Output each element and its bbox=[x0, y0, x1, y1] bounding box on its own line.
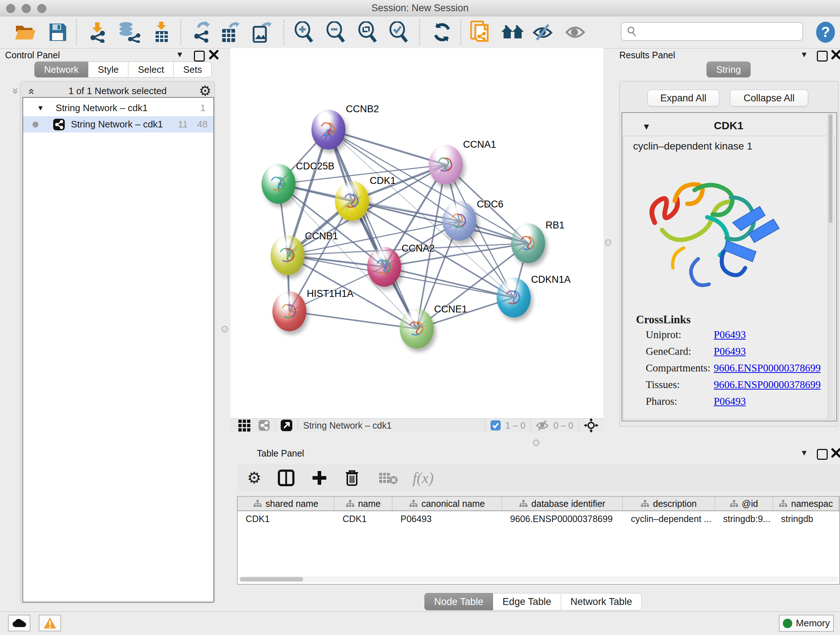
crosslink-value-link[interactable]: P06493 bbox=[714, 395, 746, 407]
network-row[interactable]: String Network – cdk1 11 48 bbox=[23, 116, 213, 133]
node-CCNE1[interactable] bbox=[400, 309, 434, 348]
tab-edge-table[interactable]: Edge Table bbox=[493, 593, 561, 610]
results-panel-float-menu[interactable]: ▼ bbox=[800, 50, 808, 59]
control-panel-float-menu[interactable]: ▼ bbox=[176, 50, 184, 59]
network-document-icon[interactable] bbox=[470, 21, 491, 43]
protein-structure-image[interactable] bbox=[640, 168, 785, 304]
warning-button[interactable] bbox=[39, 615, 61, 631]
table-row[interactable]: CDK1CDK1P064939606.ENSP00000378699cyclin… bbox=[238, 511, 839, 526]
save-session-icon[interactable] bbox=[49, 21, 67, 43]
node-CDC25B[interactable] bbox=[262, 164, 295, 204]
tab-string[interactable]: String bbox=[706, 62, 751, 78]
tab-network-table[interactable]: Network Table bbox=[561, 593, 642, 610]
search-input[interactable] bbox=[621, 22, 803, 41]
selected-checkbox-icon[interactable] bbox=[490, 420, 501, 431]
import-network-database-icon[interactable] bbox=[118, 21, 141, 43]
right-splitter-handle[interactable] bbox=[605, 239, 611, 246]
network-canvas[interactable]: CCNB2 CCNA1 CDC25B CDK1 CDC6 RB1 CCNB1 C… bbox=[231, 48, 603, 418]
string-style-icon[interactable] bbox=[258, 420, 270, 431]
node-CCNA2[interactable] bbox=[367, 247, 401, 287]
eye-icon[interactable] bbox=[565, 21, 585, 43]
column-header-canonical-name[interactable]: canonical name bbox=[393, 497, 502, 510]
import-table-icon[interactable] bbox=[153, 21, 170, 43]
table-cell[interactable]: CDK1 bbox=[335, 511, 393, 526]
column-header-description[interactable]: description bbox=[623, 497, 715, 510]
zoom-selected-icon[interactable] bbox=[388, 21, 409, 43]
crosslink-value-link[interactable]: P06493 bbox=[714, 345, 746, 357]
refresh-icon[interactable] bbox=[433, 21, 452, 43]
column-header-shared-name[interactable]: shared name bbox=[238, 497, 335, 510]
column-header-name[interactable]: name bbox=[335, 497, 393, 510]
collection-count: 1 bbox=[201, 103, 205, 114]
node-CDKN1A[interactable] bbox=[497, 278, 531, 318]
split-columns-icon[interactable] bbox=[278, 470, 294, 486]
expand-all-icon[interactable]: » bbox=[24, 89, 36, 95]
table-settings-gear-icon[interactable]: ⚙ bbox=[247, 471, 261, 485]
node-CCNA1[interactable] bbox=[429, 145, 463, 185]
export-network-icon[interactable] bbox=[192, 21, 212, 43]
table-cell[interactable]: cyclin–dependent ... bbox=[623, 511, 715, 526]
crosslink-value-link[interactable]: P06493 bbox=[714, 329, 746, 340]
eye-slash-icon[interactable] bbox=[532, 21, 553, 43]
zoom-fit-icon[interactable] bbox=[357, 21, 378, 43]
tab-network[interactable]: Network bbox=[34, 62, 88, 78]
open-in-window-icon[interactable] bbox=[280, 419, 293, 432]
table-cell[interactable]: stringdb bbox=[773, 511, 839, 526]
zoom-in-icon[interactable] bbox=[294, 21, 314, 43]
node-RB1[interactable] bbox=[511, 223, 545, 263]
node-count: 11 bbox=[178, 119, 188, 130]
node-CCNB1[interactable] bbox=[271, 235, 305, 275]
delete-column-icon[interactable] bbox=[344, 469, 360, 486]
open-session-icon[interactable] bbox=[14, 21, 37, 43]
birdseye-grid-icon[interactable] bbox=[238, 420, 250, 432]
table-panel-float-button[interactable] bbox=[817, 449, 828, 460]
left-splitter-handle[interactable] bbox=[221, 326, 228, 333]
crosslink-value-link[interactable]: 9606.ENSP00000378699 bbox=[714, 362, 821, 374]
zoom-out-icon[interactable] bbox=[325, 21, 346, 43]
network-options-gear-icon[interactable]: ⚙ bbox=[199, 84, 211, 98]
crosslink-value-link[interactable]: 9606.ENSP00000378699 bbox=[714, 379, 821, 391]
column-header--id[interactable]: @id bbox=[715, 497, 773, 510]
node-CDC6[interactable] bbox=[442, 201, 477, 241]
export-image-icon[interactable] bbox=[251, 21, 272, 43]
results-scrollbar[interactable] bbox=[828, 114, 833, 418]
results-panel-float-button[interactable] bbox=[817, 51, 828, 62]
help-icon[interactable]: ? bbox=[816, 21, 835, 43]
node-CDK1[interactable] bbox=[335, 181, 369, 221]
bottom-splitter-handle[interactable] bbox=[533, 440, 539, 446]
control-panel-float-button[interactable] bbox=[194, 51, 205, 62]
node-CCNB2[interactable] bbox=[311, 110, 346, 149]
control-panel-close-icon[interactable] bbox=[209, 50, 218, 61]
table-cell[interactable]: stringdb:9... bbox=[715, 511, 773, 526]
network-collection-row[interactable]: ▼ String Network – cdk1 1 bbox=[23, 100, 213, 116]
function-builder-icon[interactable]: f(x) bbox=[412, 469, 433, 486]
collapse-all-icon[interactable]: » bbox=[10, 88, 22, 94]
results-panel-close-icon[interactable] bbox=[831, 50, 840, 61]
table-cell[interactable]: P06493 bbox=[393, 511, 502, 526]
tab-select[interactable]: Select bbox=[128, 62, 174, 78]
tab-sets[interactable]: Sets bbox=[174, 62, 212, 78]
collapse-all-button[interactable]: Collapse All bbox=[730, 90, 808, 106]
table-cell[interactable]: CDK1 bbox=[238, 511, 335, 526]
table-cell[interactable]: 9606.ENSP00000378699 bbox=[502, 511, 623, 526]
expand-all-button[interactable]: Expand All bbox=[647, 90, 719, 106]
node-HIST1H1A[interactable] bbox=[272, 291, 306, 331]
memory-button[interactable]: Memory bbox=[779, 615, 834, 632]
crosshair-icon[interactable] bbox=[584, 418, 598, 432]
add-column-icon[interactable] bbox=[311, 470, 328, 486]
column-header-database-identifier[interactable]: database identifier bbox=[502, 497, 623, 510]
delete-table-icon[interactable] bbox=[378, 471, 398, 485]
import-network-file-icon[interactable] bbox=[88, 21, 107, 43]
tab-style[interactable]: Style bbox=[88, 62, 128, 78]
tab-node-table[interactable]: Node Table bbox=[424, 593, 493, 610]
houses-icon[interactable] bbox=[501, 21, 524, 43]
table-panel-float-menu[interactable]: ▼ bbox=[800, 448, 808, 458]
tree-expand-icon[interactable]: ▼ bbox=[37, 104, 44, 112]
hidden-eye-slash-icon[interactable] bbox=[536, 420, 549, 431]
table-hscrollbar-thumb[interactable] bbox=[240, 577, 303, 581]
export-table-icon[interactable] bbox=[220, 21, 240, 43]
table-hscrollbar[interactable] bbox=[239, 576, 838, 582]
cloud-button[interactable] bbox=[8, 615, 30, 631]
table-panel-close-icon[interactable] bbox=[831, 448, 840, 459]
column-header-namespac[interactable]: namespac bbox=[773, 497, 839, 510]
